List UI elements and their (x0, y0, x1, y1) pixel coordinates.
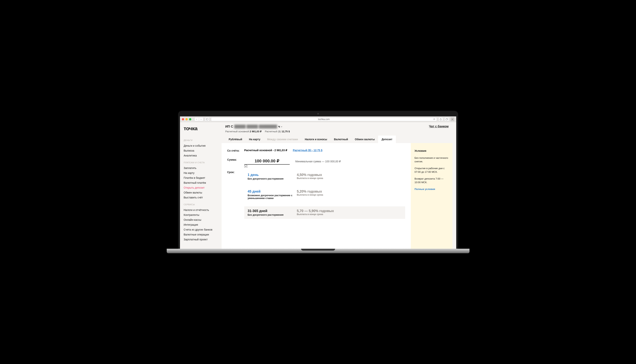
sidebar-item[interactable]: На карту (184, 170, 218, 176)
term-option[interactable]: 1 деньБез досрочного расторжения4,50% го… (244, 170, 405, 183)
term-option[interactable]: 45 днейВозможно досрочное расторжение с … (244, 187, 405, 202)
sidebar-item[interactable]: Зарплатный проект (184, 237, 218, 242)
term-subtitle: Без досрочного расторжения (248, 213, 297, 216)
sidebar-item[interactable]: Контрагенты (184, 212, 218, 217)
term-rate: 5,20% годовых (297, 190, 323, 194)
logo: точка (184, 126, 218, 132)
term-label: Срок: (227, 170, 244, 174)
nav-section-title: ДЕНЬГИ (184, 139, 218, 141)
from-account-label: Со счёта: (227, 149, 244, 152)
sidebar: точка ДЕНЬГИДеньги и событияВыпискаАнали… (180, 122, 218, 249)
nav-section-title: СЕРВИСЫ (184, 203, 218, 206)
tabs: РублёвыйНа картуМежду своими счетамиНало… (218, 136, 456, 143)
browser-url-bar[interactable]: tochka.com ⟳ (211, 117, 437, 121)
browser-forward-button[interactable]: › (199, 117, 203, 121)
sidebar-item[interactable]: Платёж в бюджет (184, 176, 218, 180)
laptop-camera (317, 113, 319, 114)
balance-item: Расчетный ($) 12,75 $ (265, 130, 290, 133)
chat-with-bank-link[interactable]: Чат с банком (429, 125, 449, 128)
sidebar-item[interactable]: Обмен валюты (184, 190, 218, 195)
term-title: 31-365 дней (248, 209, 297, 213)
from-account-option[interactable]: Расчетный ($) - 12,75 $ (293, 149, 322, 152)
conditions-text: Без пополнения и частичного снятия. (414, 156, 449, 164)
full-conditions-link[interactable]: Полные условия (414, 187, 449, 191)
tab[interactable]: Налоги и взносы (301, 136, 331, 143)
window-close-icon[interactable] (182, 118, 184, 120)
term-rate: 4,50% годовых (297, 173, 323, 177)
term-subtitle: Без досрочного расторжения (248, 177, 297, 180)
term-title: 1 день (248, 173, 297, 177)
tab[interactable]: На карту (246, 136, 264, 143)
term-rate: 5,70 — 5,90% годовых (297, 209, 334, 213)
conditions-text: Открытие в рабочие дни с 07:00 до 17:00 … (414, 166, 449, 174)
browser-sidebar-button[interactable] (205, 117, 209, 121)
sidebar-item[interactable]: Онлайн-кассы (184, 217, 218, 222)
sidebar-item[interactable]: Открыть депозит (184, 185, 218, 190)
sidebar-item[interactable]: Налоги и отчётность (184, 208, 218, 212)
sidebar-item[interactable]: Выставить счёт (184, 195, 218, 200)
svg-rect-0 (206, 118, 208, 120)
balance-item: Расчетный основной 2 981,03 ₽ (225, 130, 262, 133)
tab[interactable]: Рублёвый (225, 136, 246, 143)
nav-section-title: ПЛАТЕЖИ И СЧЕТА (184, 162, 218, 164)
sidebar-item[interactable]: Валютный платёж (184, 180, 218, 185)
company-selector[interactable]: ИП С█████ █████ ████████ч ▾ (225, 125, 290, 128)
sidebar-item[interactable]: Деньги и события (184, 143, 218, 148)
conditions-text: Возврат депозита 7:00 — 10:00 МСК. (414, 177, 449, 184)
tab: Между своими счетами (264, 136, 301, 143)
amount-slider-handle[interactable] (244, 164, 247, 168)
tab[interactable]: Валютный (331, 136, 351, 143)
tabs-icon[interactable] (445, 117, 449, 121)
min-amount-text: Минимальная сумма — 100 000,00 ₽ (295, 160, 341, 163)
term-subtitle: Возможно досрочное расторжение с уменьше… (248, 194, 297, 200)
new-tab-button[interactable]: + (451, 117, 454, 121)
browser-url-text: tochka.com (318, 118, 330, 120)
tab[interactable]: Депозит (378, 136, 396, 143)
window-maximize-icon[interactable] (189, 118, 191, 120)
amount-label: Сумма: (227, 158, 244, 161)
term-option[interactable]: 31-365 днейБез досрочного расторжения5,7… (244, 206, 405, 219)
sidebar-item[interactable]: Заплатить (184, 166, 218, 170)
sidebar-item[interactable]: Аналитика (184, 153, 218, 158)
conditions-panel: Условия Без пополнения и частичного снят… (411, 143, 453, 249)
term-title: 45 дней (248, 190, 297, 194)
browser-back-button[interactable]: ‹ (194, 117, 199, 121)
header: ИП С█████ █████ ████████ч ▾ Расчетный ос… (218, 122, 456, 136)
term-rate-sub: Выплата в конце срока (297, 177, 323, 180)
sidebar-item[interactable]: Интеграция (184, 222, 218, 227)
share-icon[interactable] (439, 117, 443, 121)
sidebar-item[interactable]: Выписка (184, 148, 218, 153)
amount-input[interactable]: 100 000.00 ₽ (244, 158, 290, 164)
chevron-down-icon: ▾ (281, 126, 282, 128)
sidebar-item[interactable]: Валютные операции (184, 232, 218, 237)
sidebar-item[interactable]: Счета из других банков (184, 227, 218, 232)
term-rate-sub: Выплата в конце срока (297, 213, 334, 216)
conditions-title: Условия (414, 149, 449, 153)
window-minimize-icon[interactable] (185, 118, 188, 120)
tab[interactable]: Обмен валюты (351, 136, 378, 143)
from-account-option[interactable]: Расчетный основной - 2 981,03 ₽ (244, 149, 287, 152)
reload-icon[interactable]: ⟳ (433, 118, 435, 120)
svg-rect-3 (446, 119, 447, 120)
deposit-form: Со счёта: Расчетный основной - 2 981,03 … (222, 143, 411, 249)
term-rate-sub: Выплата в конце срока (297, 194, 323, 196)
browser-chrome: ‹ › tochka.com ⟳ + (180, 116, 456, 122)
